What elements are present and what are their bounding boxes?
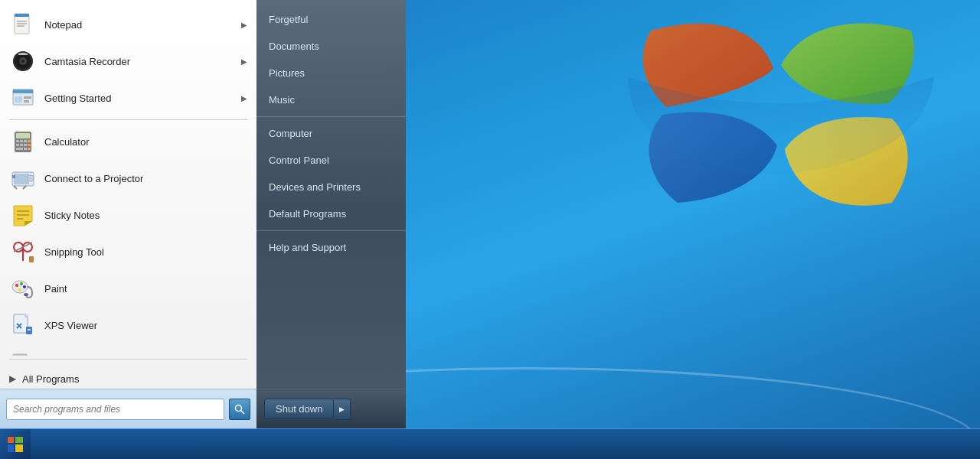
- taskbar: [0, 428, 980, 459]
- svg-rect-23: [28, 144, 31, 146]
- svg-point-49: [24, 293, 28, 296]
- svg-rect-12: [24, 96, 31, 99]
- right-item-pictures[interactable]: Pictures: [256, 60, 406, 86]
- camtasia-arrow: ▶: [241, 57, 247, 66]
- right-item-documents[interactable]: Documents: [256, 33, 406, 60]
- start-button[interactable]: [0, 429, 31, 459]
- documents-label: Documents: [269, 41, 319, 52]
- pictures-label: Pictures: [269, 67, 305, 79]
- right-item-computer[interactable]: Computer: [256, 120, 406, 147]
- svg-rect-16: [16, 140, 19, 142]
- sticky-notes-icon: [9, 201, 37, 229]
- svg-rect-15: [16, 133, 30, 138]
- svg-rect-24: [16, 148, 23, 150]
- getting-started-icon: [9, 84, 37, 112]
- shutdown-button[interactable]: Shut down: [264, 399, 334, 419]
- svg-line-59: [241, 410, 245, 414]
- fax-scan-icon: [9, 348, 37, 356]
- all-programs-arrow-icon: ▶: [9, 373, 16, 384]
- svg-rect-11: [15, 96, 22, 103]
- svg-rect-20: [16, 144, 19, 146]
- search-input-wrapper[interactable]: [6, 399, 224, 420]
- paint-label: Paint: [44, 283, 67, 295]
- menu-item-camtasia[interactable]: Camtasia Recorder ▶: [0, 43, 256, 80]
- menu-item-fax-scan[interactable]: Windows Fax and Scan: [0, 343, 256, 356]
- svg-point-48: [18, 288, 21, 291]
- menu-item-xps-viewer[interactable]: XPS Viewer: [0, 307, 256, 343]
- sticky-notes-label: Sticky Notes: [44, 210, 100, 221]
- windows-logo: [605, 8, 942, 329]
- xps-viewer-icon: [9, 311, 37, 339]
- right-item-default-programs[interactable]: Default Programs: [256, 200, 406, 227]
- svg-point-8: [21, 60, 24, 63]
- search-input[interactable]: [13, 404, 217, 415]
- paint-icon: [9, 275, 37, 302]
- right-separator-2: [256, 230, 406, 231]
- svg-rect-1: [15, 14, 29, 17]
- control-panel-label: Control Panel: [269, 155, 329, 166]
- svg-rect-17: [20, 140, 23, 142]
- svg-rect-55: [13, 354, 27, 356]
- svg-line-32: [14, 186, 17, 189]
- right-separator-1: [256, 116, 406, 117]
- svg-point-45: [15, 284, 18, 287]
- start-button-logo-icon: [6, 435, 24, 454]
- svg-rect-25: [24, 148, 27, 150]
- svg-point-31: [29, 177, 32, 180]
- xps-viewer-label: XPS Viewer: [44, 320, 97, 331]
- svg-rect-28: [14, 174, 29, 184]
- search-button[interactable]: [229, 399, 250, 420]
- svg-point-58: [236, 405, 242, 411]
- notepad-arrow: ▶: [241, 21, 247, 29]
- right-item-control-panel[interactable]: Control Panel: [256, 147, 406, 174]
- search-icon: [234, 404, 245, 415]
- search-bar: [0, 389, 256, 428]
- projector-label: Connect to a Projector: [44, 173, 143, 184]
- desktop: Notepad ▶ Camtasia Recorder: [0, 0, 980, 459]
- shutdown-bar: Shut down ▶: [256, 389, 406, 428]
- svg-rect-43: [29, 256, 34, 262]
- shutdown-label: Shut down: [276, 403, 322, 415]
- menu-item-sticky-notes[interactable]: Sticky Notes: [0, 197, 256, 233]
- music-label: Music: [269, 94, 295, 106]
- right-item-help-support[interactable]: Help and Support: [256, 234, 406, 261]
- computer-label: Computer: [269, 128, 312, 139]
- calculator-label: Calculator: [44, 136, 90, 148]
- camtasia-icon: [9, 47, 37, 75]
- all-programs-separator: [9, 359, 247, 360]
- right-item-devices-printers[interactable]: Devices and Printers: [256, 174, 406, 200]
- camtasia-label: Camtasia Recorder: [44, 56, 130, 67]
- menu-item-projector[interactable]: Connect to a Projector: [0, 160, 256, 197]
- devices-printers-label: Devices and Printers: [269, 181, 361, 193]
- default-programs-label: Default Programs: [269, 208, 346, 220]
- forgetful-label: Forgetful: [269, 14, 308, 25]
- help-support-label: Help and Support: [269, 242, 346, 253]
- menu-item-paint[interactable]: Paint: [0, 270, 256, 307]
- menu-item-calculator[interactable]: Calculator: [0, 123, 256, 160]
- snipping-tool-icon: [9, 238, 37, 265]
- right-item-music[interactable]: Music: [256, 86, 406, 113]
- right-panel: Forgetful Documents Pictures Music Compu…: [256, 0, 406, 428]
- svg-line-33: [23, 186, 26, 189]
- menu-item-getting-started[interactable]: Getting Started ▶: [0, 80, 256, 116]
- right-item-forgetful[interactable]: Forgetful: [256, 6, 406, 33]
- svg-rect-13: [24, 100, 29, 103]
- svg-rect-29: [12, 175, 15, 178]
- menu-separator-1: [9, 119, 247, 120]
- svg-rect-18: [24, 140, 27, 142]
- shutdown-arrow-icon: ▶: [339, 405, 345, 413]
- calculator-icon: [9, 128, 37, 155]
- svg-rect-21: [20, 144, 23, 146]
- svg-point-39: [14, 243, 23, 252]
- projector-icon: [9, 164, 37, 192]
- shutdown-arrow-button[interactable]: ▶: [334, 399, 351, 420]
- svg-point-46: [20, 282, 23, 285]
- shutdown-button-group: Shut down ▶: [264, 399, 351, 420]
- svg-point-40: [23, 243, 32, 252]
- start-menu: Notepad ▶ Camtasia Recorder: [0, 0, 406, 428]
- getting-started-arrow: ▶: [241, 94, 247, 103]
- menu-item-snipping-tool[interactable]: Snipping Tool: [0, 233, 256, 270]
- snipping-tool-label: Snipping Tool: [44, 246, 104, 258]
- menu-item-notepad[interactable]: Notepad ▶: [0, 6, 256, 43]
- notepad-label: Notepad: [44, 19, 82, 31]
